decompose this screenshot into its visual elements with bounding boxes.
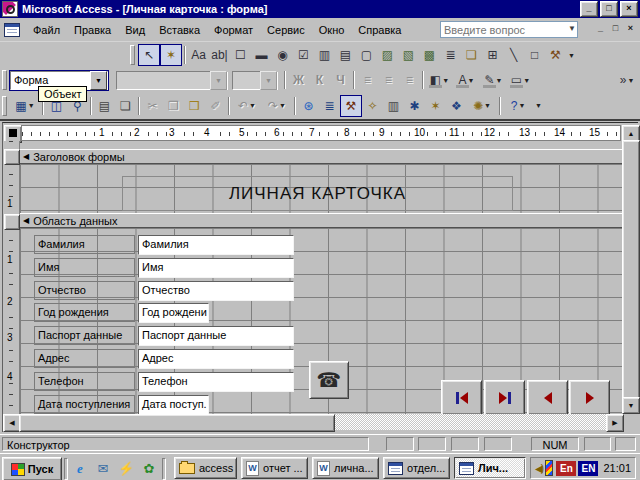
italic-button[interactable]: К — [309, 70, 330, 91]
menu-item-5[interactable]: Формат — [207, 21, 260, 39]
question-dropdown-icon[interactable]: ▼ — [568, 24, 576, 33]
field-label[interactable]: Дата поступления — [34, 395, 135, 414]
field-label[interactable]: Адрес — [34, 349, 135, 368]
underline-button[interactable]: Ч — [330, 70, 351, 91]
align-center-button[interactable]: ≡ — [378, 70, 399, 91]
vertical-scrollbar-thumb[interactable] — [622, 140, 640, 399]
field-textbox[interactable]: Отчество — [138, 281, 294, 301]
chevron-down-icon[interactable]: ▼ — [518, 102, 525, 109]
label-control-button[interactable]: Aa — [188, 45, 209, 66]
chevron-down-icon[interactable]: ▼ — [442, 77, 449, 84]
field-textbox[interactable]: Телефон — [138, 372, 294, 392]
ie-icon[interactable]: e — [70, 459, 90, 478]
subform-button[interactable]: ⊞ — [482, 45, 503, 66]
field-label[interactable]: Паспорт данные — [34, 326, 135, 345]
command-button-control-button[interactable]: ▢ — [356, 45, 377, 66]
chevron-down-icon[interactable]: ▼ — [484, 102, 491, 109]
autoformat-button[interactable]: ✧ — [362, 95, 383, 116]
scroll-down-icon[interactable]: ▼ — [622, 397, 640, 414]
detail-section-selector[interactable] — [4, 214, 20, 230]
taskbar-button[interactable]: access — [174, 457, 237, 479]
chevron-down-icon[interactable]: ▼ — [90, 71, 107, 90]
horizontal-scrollbar-thumb[interactable] — [19, 414, 335, 432]
field-textbox[interactable]: Год рождени — [138, 303, 209, 323]
control-wizard-button[interactable]: ✶ — [160, 44, 182, 66]
chevron-down-icon[interactable]: ▼ — [279, 102, 286, 109]
phone-image-control[interactable]: ☎ — [309, 361, 349, 399]
prev-record-button[interactable] — [527, 380, 568, 415]
detail-section-bar[interactable]: ◀ Область данных — [20, 213, 623, 228]
paste-button[interactable]: ❒ — [184, 95, 205, 116]
field-label[interactable]: Фамилия — [34, 235, 135, 254]
outlook-express-icon[interactable]: ✉ — [93, 459, 113, 478]
access-app-icon[interactable] — [2, 1, 18, 17]
chevron-down-icon[interactable]: ▼ — [28, 102, 35, 109]
format-painter-button[interactable]: ✐ — [205, 95, 226, 116]
taskbar-button[interactable]: Wотчет ... — [241, 457, 308, 479]
rectangle-control-button[interactable]: □ — [524, 45, 545, 66]
field-textbox[interactable]: Фамилия — [138, 235, 294, 255]
start-button[interactable]: Пуск — [2, 457, 62, 480]
help-button[interactable]: ?▼ — [503, 95, 533, 116]
listbox-control-button[interactable]: ▤ — [335, 45, 356, 66]
menu-item-8[interactable]: Справка — [351, 21, 408, 39]
option-button-control-button[interactable]: ◉ — [272, 45, 293, 66]
menu-item-2[interactable]: Правка — [67, 21, 118, 39]
taskbar-button[interactable]: отдел... — [383, 457, 450, 479]
toolbar-options-chevron[interactable]: »▼ — [614, 70, 640, 91]
properties-button[interactable]: ✱ — [404, 95, 425, 116]
field-textbox[interactable]: Адрес — [138, 349, 294, 369]
fill-color-button[interactable]: ◧▼ — [426, 70, 453, 91]
field-label[interactable]: Телефон — [34, 372, 135, 391]
icq-flower-icon[interactable]: ✿ — [139, 459, 159, 478]
header-section-selector[interactable] — [4, 149, 20, 165]
align-left-button[interactable]: ≡ — [357, 70, 378, 91]
redo-button[interactable]: ↷▼ — [262, 95, 292, 116]
field-label[interactable]: Отчество — [34, 281, 135, 300]
view-button[interactable]: ▦▼ — [10, 95, 40, 116]
cut-button[interactable]: ✂ — [142, 95, 163, 116]
form-title-label[interactable]: ЛИЧНАЯ КАРТОЧКА — [122, 176, 513, 211]
toolbar-overflow-icon[interactable]: ▼ — [568, 52, 575, 59]
bound-object-frame-button[interactable]: ▩ — [419, 45, 440, 66]
line-color-button[interactable]: ✎▼ — [480, 70, 507, 91]
tray-app-icon[interactable] — [545, 460, 553, 476]
taskbar-button[interactable]: Wлична... — [312, 457, 379, 479]
form-header-bar[interactable]: ◀ Заголовок формы — [20, 149, 623, 164]
select-pointer-button[interactable]: ↖ — [138, 44, 160, 66]
print-preview-button[interactable]: ❏ — [115, 95, 136, 116]
scroll-right-icon[interactable]: ▶ — [606, 414, 624, 432]
toolbar-grip[interactable] — [130, 45, 135, 65]
volume-icon[interactable]: ◀) — [535, 463, 542, 474]
menu-item-7[interactable]: Окно — [312, 21, 352, 39]
child-restore-button[interactable]: □ — [608, 22, 623, 36]
page-break-button[interactable]: ≣ — [440, 45, 461, 66]
child-minimize-button[interactable]: _ — [593, 22, 608, 36]
form-system-icon[interactable] — [4, 23, 20, 37]
toolbar-grip[interactable] — [2, 96, 7, 116]
insert-hyperlink-button[interactable]: ⊛ — [298, 95, 319, 116]
more-controls-button[interactable]: ⚒ — [545, 45, 566, 66]
new-object-button[interactable]: ✺▼ — [467, 95, 497, 116]
minimize-button[interactable]: _ — [580, 1, 598, 17]
border-style-button[interactable]: ▭▼ — [507, 70, 534, 91]
menu-item-6[interactable]: Сервис — [260, 21, 312, 39]
combobox-control-button[interactable]: ▥ — [314, 45, 335, 66]
language-indicator[interactable]: En — [556, 461, 576, 476]
font-color-button[interactable]: А▼ — [453, 70, 480, 91]
copy-button[interactable]: ❐ — [163, 95, 184, 116]
line-control-button[interactable]: ╲ — [503, 45, 524, 66]
image-control-button[interactable]: ▨ — [377, 45, 398, 66]
unbound-object-frame-button[interactable]: ▧ — [398, 45, 419, 66]
field-textbox[interactable]: Дата поступ. — [138, 395, 209, 415]
child-close-button[interactable]: × — [623, 22, 638, 36]
print-button[interactable]: ▤ — [94, 95, 115, 116]
database-window-button[interactable]: ❖ — [446, 95, 467, 116]
field-list-button[interactable]: ≣ — [319, 95, 340, 116]
menu-item-3[interactable]: Вид — [118, 21, 152, 39]
menu-item-4[interactable]: Вставка — [152, 21, 207, 39]
last-record-button[interactable] — [484, 380, 525, 415]
chevron-down-icon[interactable]: ▼ — [523, 77, 530, 84]
build-button[interactable]: ✶ — [425, 95, 446, 116]
toolbox-button[interactable]: ⚒ — [340, 95, 362, 117]
